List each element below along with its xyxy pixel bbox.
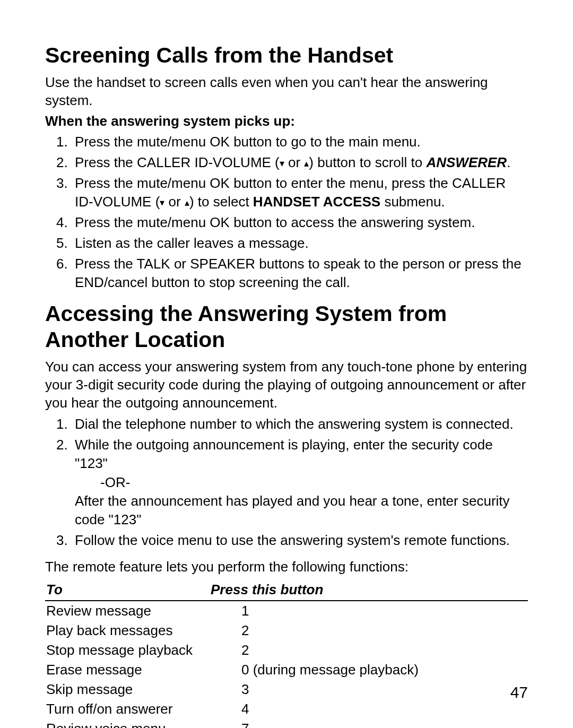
- table-row: Play back messages 2: [45, 621, 528, 640]
- cell-to: Stop message playback: [45, 640, 210, 660]
- step1-2-text-a: Press the CALLER ID-VOLUME (: [75, 154, 280, 170]
- step1-5: Listen as the caller leaves a message.: [72, 234, 528, 253]
- cell-press: 0 (during message playback): [210, 660, 528, 680]
- table-row: Turn off/on answerer 4: [45, 699, 528, 719]
- remote-functions-table: To Press this button Review message 1 Pl…: [45, 579, 528, 728]
- down-arrow-icon: ▾: [160, 198, 164, 207]
- table-row: Review message 1: [45, 601, 528, 621]
- step1-3-text-c: ) to select: [189, 194, 253, 210]
- table-row: Skip message 3: [45, 680, 528, 699]
- table-row: Review voice menu options 7: [45, 719, 528, 728]
- cell-to: Skip message: [45, 680, 210, 699]
- answerer-label: ANSWERER: [426, 154, 507, 170]
- section2-intro: You can access your answering system fro…: [45, 358, 528, 412]
- step1-1: Press the mute/menu OK button to go to t…: [72, 133, 528, 151]
- page-number: 47: [510, 683, 528, 701]
- step1-3-text-d: submenu.: [380, 194, 445, 210]
- cell-to: Review message: [45, 601, 210, 621]
- section1-steps-list: Press the mute/menu OK button to go to t…: [72, 133, 528, 292]
- section1-heading: Screening Calls from the Handset: [45, 42, 528, 68]
- section2-steps-list: Dial the telephone number to which the a…: [72, 415, 528, 550]
- up-arrow-icon: ▴: [304, 159, 309, 168]
- cell-to: Play back messages: [45, 621, 210, 640]
- step1-2-text-d: .: [507, 154, 510, 170]
- cell-to: Erase message: [45, 660, 210, 680]
- table-row: Erase message 0 (during message playback…: [45, 660, 528, 680]
- step1-3-text-b: or: [164, 194, 185, 210]
- cell-press: 3: [210, 680, 528, 699]
- step2-2-or: -OR-: [100, 473, 528, 492]
- table-header-to: To: [45, 579, 210, 601]
- cell-press: 1: [210, 601, 528, 621]
- step2-1: Dial the telephone number to which the a…: [72, 415, 528, 434]
- cell-press: 7: [210, 719, 528, 728]
- handset-access-label: HANDSET ACCESS: [253, 194, 380, 210]
- cell-press: 2: [210, 621, 528, 640]
- step1-4: Press the mute/menu OK button to access …: [72, 213, 528, 232]
- cell-press: 2: [210, 640, 528, 660]
- cell-to: Review voice menu options: [45, 719, 210, 728]
- section2-followup: The remote feature lets you perform the …: [45, 558, 528, 576]
- section1-subhead: When the answering system picks up:: [45, 113, 528, 129]
- up-arrow-icon: ▴: [185, 198, 189, 207]
- cell-press: 4: [210, 699, 528, 719]
- step2-3: Follow the voice menu to use the answeri…: [72, 531, 528, 550]
- step1-3: Press the mute/menu OK button to enter t…: [72, 174, 528, 211]
- step2-2-text-a: While the outgoing announcement is playi…: [75, 437, 493, 471]
- table-row: Stop message playback 2: [45, 640, 528, 660]
- section2-heading: Accessing the Answering System from Anot…: [45, 301, 528, 353]
- step1-2: Press the CALLER ID-VOLUME (▾ or ▴) butt…: [72, 153, 528, 172]
- cell-to: Turn off/on answerer: [45, 699, 210, 719]
- step1-2-text-b: or: [284, 154, 305, 170]
- step2-2: While the outgoing announcement is playi…: [72, 436, 528, 528]
- table-header-press: Press this button: [210, 579, 528, 601]
- step1-2-text-c: ) button to scroll to: [309, 154, 426, 170]
- down-arrow-icon: ▾: [280, 159, 284, 168]
- step2-2-text-b: After the announcement has played and yo…: [75, 492, 528, 529]
- step1-6: Press the TALK or SPEAKER buttons to spe…: [72, 255, 528, 292]
- section1-intro: Use the handset to screen calls even whe…: [45, 74, 528, 110]
